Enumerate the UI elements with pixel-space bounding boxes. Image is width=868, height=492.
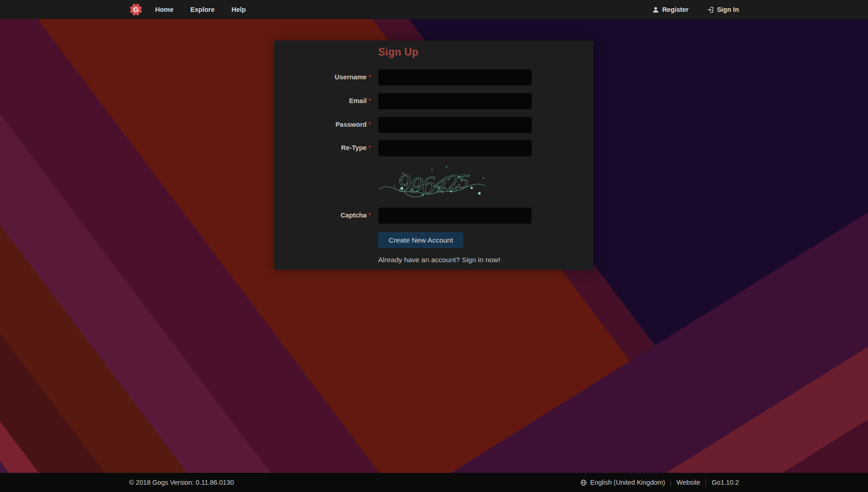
required-marker: * xyxy=(369,144,371,151)
website-link[interactable]: Website xyxy=(676,479,700,486)
required-marker: * xyxy=(369,121,371,128)
footer: © 2018 Gogs Version: 0.11.86.0130 Englis… xyxy=(0,473,868,492)
logo-letter: G xyxy=(133,5,139,13)
nav-item-explore[interactable]: Explore xyxy=(190,0,214,19)
signin-link[interactable]: Sign In xyxy=(707,6,739,13)
captcha-digit: 5 xyxy=(456,171,470,192)
register-label: Register xyxy=(662,6,689,13)
go-version-label: Go1.10.2 xyxy=(712,479,739,486)
signup-card: Sign Up Username* Email* Password* Re-Ty… xyxy=(274,41,593,270)
footer-right: English (United Kingdom) Website Go1.10.… xyxy=(580,479,739,486)
nav-item-home[interactable]: Home xyxy=(155,0,173,19)
page-title: Sign Up xyxy=(378,46,418,58)
footer-divider xyxy=(670,479,671,486)
footer-divider xyxy=(706,479,706,486)
create-account-button[interactable]: Create New Account xyxy=(378,232,463,248)
navbar-left: G Home Explore Help xyxy=(129,0,246,19)
username-input[interactable] xyxy=(378,69,532,86)
username-label: Username* xyxy=(274,73,371,81)
register-link[interactable]: Register xyxy=(652,6,689,13)
password-label: Password* xyxy=(274,121,371,128)
top-navbar: G Home Explore Help Register xyxy=(0,0,868,19)
language-label: English (United Kingdom) xyxy=(590,479,665,486)
signin-hint-link[interactable]: Already have an account? Sign in now! xyxy=(378,256,500,264)
email-label: Email* xyxy=(274,97,371,104)
globe-icon xyxy=(580,479,587,486)
signin-label: Sign In xyxy=(717,6,739,13)
sign-in-door-icon xyxy=(707,6,714,13)
captcha-input[interactable] xyxy=(378,207,532,224)
retype-label: Re-Type* xyxy=(274,144,371,151)
navbar-right: Register Sign In xyxy=(634,6,739,13)
password-input[interactable] xyxy=(378,117,532,133)
captcha-label: Captcha* xyxy=(274,212,371,219)
captcha-image[interactable]: 9 9 6 4 2 5 xyxy=(378,164,488,201)
nav-item-help[interactable]: Help xyxy=(231,0,245,19)
retype-input[interactable] xyxy=(378,140,532,156)
copyright-text: © 2018 Gogs Version: 0.11.86.0130 xyxy=(129,479,234,486)
person-icon xyxy=(652,6,659,13)
email-input[interactable] xyxy=(378,93,532,109)
gogs-signup-page: G Home Explore Help Register xyxy=(0,0,868,492)
required-marker: * xyxy=(369,212,371,218)
required-marker: * xyxy=(369,97,371,104)
language-selector[interactable]: English (United Kingdom) xyxy=(580,479,665,486)
gogs-logo-icon[interactable]: G xyxy=(129,3,143,16)
required-marker: * xyxy=(369,73,371,80)
